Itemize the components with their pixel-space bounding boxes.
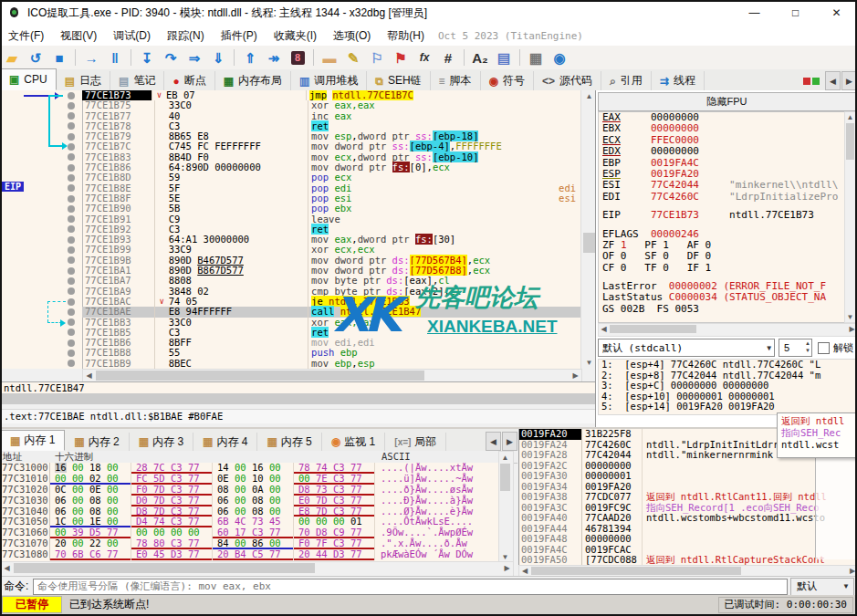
disasm-row[interactable]: 77CE1BB333C0xor eax,eax <box>82 318 580 328</box>
register-row[interactable]: EAX 00000000 <box>599 112 845 123</box>
stack-row[interactable]: 0019FA2C00000000 <box>519 461 857 472</box>
disasm-row[interactable]: 77CE1BB98BECmov ebp,esp <box>82 359 580 369</box>
call-arguments-pane[interactable]: 1: [esp+4] 77C4260C ntdll.77C4260C "L2: … <box>598 359 857 415</box>
menu-item[interactable]: 视图(V) <box>52 28 105 44</box>
maximize-button[interactable]: □ <box>775 0 816 26</box>
breakpoint-dot[interactable] <box>68 215 75 223</box>
breakpoint-dot[interactable] <box>68 360 75 367</box>
menu-item[interactable]: 调试(D) <box>105 28 159 44</box>
register-row[interactable]: ESI 77C42044 "minkernel\\ntdll\ <box>599 180 845 191</box>
register-row[interactable]: LastStatus C0000034 (STATUS_OBJECT_NA <box>599 292 845 303</box>
menu-item[interactable]: 帮助(H) <box>379 28 433 44</box>
register-row[interactable]: ZF 1 PF 1 AF 0 <box>599 240 845 251</box>
disassembly-gutter[interactable] <box>0 90 83 369</box>
breakpoint-dot[interactable] <box>68 195 75 203</box>
tab-seh[interactable]: ⧉SEH链 <box>367 71 430 90</box>
step-into-button[interactable]: ↧ <box>136 47 158 68</box>
step-over-button[interactable]: ↷ <box>160 47 182 68</box>
hash-button[interactable]: # <box>437 47 459 68</box>
breakpoint-dot[interactable] <box>68 339 75 347</box>
disasm-row[interactable]: 77CE1B91C9leave <box>82 214 580 224</box>
open-file-button[interactable]: ▰ <box>1 47 23 68</box>
dump-tab-内存1[interactable]: ▦内存 1 <box>0 430 65 451</box>
tab-references[interactable]: ⌕引用 <box>601 71 652 90</box>
register-row[interactable]: EDI 77C4260C "LdrpInitializePro <box>599 192 845 203</box>
stack-row[interactable]: 0019FA3000000001 <box>519 471 857 482</box>
minimize-button[interactable]: — <box>734 0 775 26</box>
tabs-scroll-left[interactable]: ◀ <box>825 71 841 90</box>
breakpoint-dot[interactable] <box>68 102 75 110</box>
breakpoint-dot[interactable] <box>68 350 75 357</box>
dump-row[interactable]: 77C3108070 6B C6 77E0 45 D3 7720 B4 C5 7… <box>0 549 498 560</box>
tabs-scroll-right[interactable]: ▶ <box>841 71 857 90</box>
breakpoint-dot[interactable] <box>68 205 75 213</box>
tab-source[interactable]: <>源代码 <box>534 71 601 90</box>
tab-threads[interactable]: ⇉线程 <box>652 71 705 90</box>
stack-row[interactable]: 0019FA3877CDC077返回到 ntdll.RtlCant11.回到 n… <box>519 492 857 503</box>
command-profile-select[interactable]: 默认 ▼ <box>790 578 854 596</box>
dump-tab-内存3[interactable]: ▦内存 3 <box>130 433 193 451</box>
breakpoint-dot[interactable] <box>68 92 75 99</box>
tab-memory-map[interactable]: ▦内存布局 <box>215 71 291 90</box>
registers-hscrollbar[interactable]: ◀ ▶ <box>598 323 857 337</box>
disassembly-vscrollbar[interactable]: ▲ ▼ <box>580 90 595 369</box>
handles-icon[interactable] <box>802 77 820 86</box>
register-row[interactable]: EDX 00000000 <box>599 146 845 157</box>
execute-till-return-button[interactable]: ⇓ <box>207 47 229 68</box>
breakpoint-dot[interactable] <box>68 329 75 336</box>
tab-notes[interactable]: ▤笔记 <box>110 71 164 90</box>
breakpoint-dot[interactable] <box>68 308 75 316</box>
run-button[interactable]: → <box>80 47 102 68</box>
calculator-button[interactable]: ▦ <box>525 47 547 68</box>
function-button[interactable]: fx <box>413 47 435 68</box>
tab-symbols[interactable]: ◉符号 <box>481 71 534 90</box>
menu-item[interactable]: 插件(P) <box>213 28 266 44</box>
tab-cpu[interactable]: ▣CPU <box>0 68 57 90</box>
argument-row[interactable]: 1: [esp+4] 77C4260C ntdll.77C4260C "L <box>599 360 857 371</box>
stop-button[interactable]: ■ <box>48 47 70 68</box>
bookmark-button[interactable]: ⚑ <box>390 47 412 68</box>
breakpoint-dot[interactable] <box>68 164 75 172</box>
register-row[interactable]: EFLAGS 00000246 <box>599 229 845 240</box>
dump-tab-内存4[interactable]: ▦内存 4 <box>193 433 257 451</box>
register-row[interactable]: EIP 77CE1B73 ntdll.77CE1B73 <box>599 210 845 221</box>
font-size-button[interactable]: A₂ <box>469 47 491 68</box>
dump-tabs-scroll-left[interactable]: ◀ <box>486 432 501 451</box>
breakpoint-dot[interactable] <box>68 184 75 192</box>
dump-tab-内存5[interactable]: ▦内存 5 <box>257 433 321 451</box>
breakpoint-dot[interactable] <box>68 256 75 264</box>
run-to-cursor-button[interactable]: ⇒ <box>183 47 205 68</box>
memory-dump-pane[interactable]: 77C3100016 00 18 0028 7C C3 7714 00 16 0… <box>0 463 498 561</box>
unlock-checkbox[interactable] <box>818 342 830 354</box>
phone-button[interactable]: ▤ <box>493 47 515 68</box>
breakpoint-dot[interactable] <box>68 298 75 306</box>
breakpoint-dot[interactable] <box>68 277 75 285</box>
stack-row[interactable]: 0019FA4077CAAD20ntdll.wcstombs+wbcstomd1… <box>519 513 857 524</box>
hide-fpu-button[interactable]: 隐藏FPU <box>598 92 856 111</box>
patch-button[interactable]: ▬ <box>319 47 340 68</box>
menu-item[interactable]: 跟踪(N) <box>159 28 213 44</box>
run-to-user-code-button[interactable]: ↠ <box>263 47 285 68</box>
register-row[interactable]: EBP 0019FA4C <box>599 158 845 169</box>
breakpoint-dot[interactable] <box>68 287 75 295</box>
breakpoint-dot[interactable] <box>68 236 75 244</box>
disasm-row[interactable]: 77CE1B7740inc eax <box>82 111 580 121</box>
register-row[interactable]: OF 0 SF 0 DF 0 <box>599 251 845 262</box>
breakpoint-dot[interactable] <box>68 246 75 254</box>
stack-row[interactable]: 0019FA4446781394 <box>519 524 857 535</box>
breakpoint-dot[interactable] <box>68 112 75 120</box>
breakpoint-dot[interactable] <box>68 153 75 161</box>
restart-button[interactable]: ↺ <box>25 47 47 68</box>
register-row[interactable]: EBX 00000000 <box>599 123 845 134</box>
tab-call-stack[interactable]: ▥调用堆栈 <box>291 71 367 90</box>
argument-row[interactable]: 5: [esp+14] 0019FA20 0019FA20 <box>599 402 857 412</box>
register-row[interactable]: GS 002B FS 0053 <box>599 304 845 315</box>
tab-script[interactable]: ≡脚本 <box>431 71 481 90</box>
register-row[interactable]: LastError 00000002 (ERROR_FILE_NOT_F <box>599 281 845 292</box>
registers-list[interactable]: EAX 00000000EBX 00000000ECX FFEC0000EDX … <box>598 111 846 323</box>
step-out-button[interactable]: ⇑ <box>239 47 261 68</box>
breakpoint-dot[interactable] <box>68 122 75 130</box>
argument-row[interactable]: 3: [esp+C] 00000000 00000000 <box>599 381 857 392</box>
dump-tab-局部[interactable]: [x=]局部 <box>385 433 446 451</box>
dump-tabs-scroll-right[interactable]: ▶ <box>502 432 517 451</box>
